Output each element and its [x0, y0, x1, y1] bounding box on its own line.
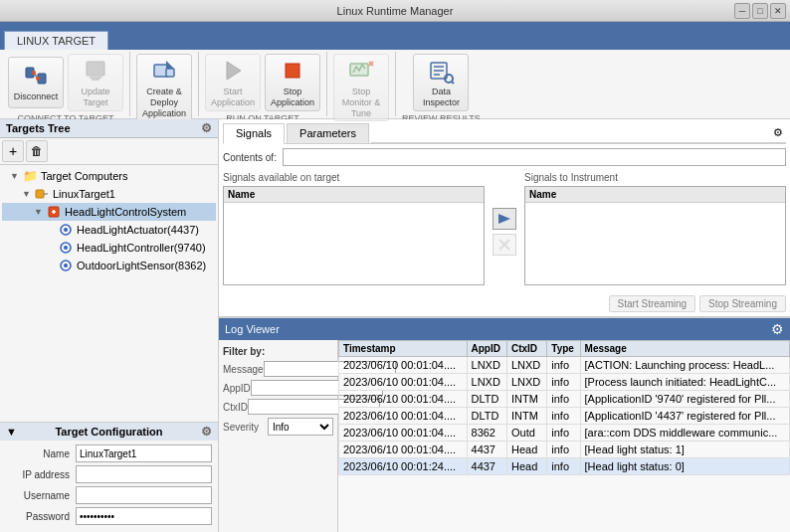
cell-ctxid: LNXD	[506, 357, 546, 374]
cell-ctxid: INTM	[506, 391, 546, 408]
start-streaming-button[interactable]: Start Streaming	[609, 295, 695, 312]
svg-rect-6	[90, 77, 101, 79]
signals-middle	[489, 172, 520, 291]
disconnect-label: Disconnect	[14, 91, 59, 102]
svg-point-4	[36, 77, 40, 81]
tree-item-outdoor-sensor[interactable]: OutdoorLightSensor(8362)	[2, 257, 216, 274]
stop-streaming-button[interactable]: Stop Streaming	[699, 295, 786, 312]
log-gear-icon[interactable]: ⚙	[771, 321, 784, 337]
tree-item-headlight-controller[interactable]: HeadLightController(9740)	[2, 239, 216, 257]
log-filters: Filter by: Message AppID CtxID	[219, 340, 338, 532]
disconnect-button[interactable]: Disconnect	[8, 57, 64, 108]
svg-rect-22	[36, 190, 44, 198]
start-app-button[interactable]: Start Application	[205, 54, 261, 111]
available-signals-column-name: Name	[224, 187, 484, 203]
contents-input[interactable]	[283, 148, 786, 166]
target-icon	[34, 186, 50, 202]
cell-message: [Head light status: 0]	[580, 458, 789, 475]
start-app-icon	[219, 57, 247, 85]
tree-label-target-computers: Target Computers	[41, 170, 127, 182]
available-signals-list[interactable]: Name	[223, 186, 485, 285]
tree-item-target-computers[interactable]: ▼ 📁 Target Computers	[2, 167, 216, 185]
cell-appid: 4437	[467, 458, 506, 475]
log-table-row[interactable]: 2023/06/10 00:01:04....LNXDLNXDinfo[Proc…	[339, 374, 790, 391]
task-icon-2	[58, 240, 74, 256]
svg-rect-5	[87, 62, 104, 76]
cell-type: info	[547, 425, 580, 442]
stop-app-button[interactable]: Stop Application	[265, 54, 320, 111]
tree-label-headlight-controller: HeadLightController(9740)	[77, 242, 206, 254]
password-input[interactable]	[76, 507, 212, 525]
tree-toolbar: + 🗑	[0, 138, 218, 165]
cell-appid: 4437	[467, 442, 506, 458]
task-icon-3	[58, 258, 74, 273]
targets-tree-gear-icon[interactable]: ⚙	[201, 121, 212, 135]
tree-delete-button[interactable]: 🗑	[26, 140, 48, 162]
ip-input[interactable]	[76, 465, 212, 483]
title-bar: Linux Runtime Manager ─ □ ✕	[0, 0, 790, 22]
add-signal-button[interactable]	[493, 208, 516, 230]
cell-message: [ApplicationID '9740' registered for Pll…	[580, 391, 789, 408]
update-target-button[interactable]: Update Target	[68, 54, 123, 111]
tree-add-button[interactable]: +	[2, 140, 24, 162]
cell-timestamp: 2023/06/10 00:01:04....	[339, 374, 468, 391]
window-controls: ─ □ ✕	[734, 3, 786, 19]
minimize-button[interactable]: ─	[734, 3, 750, 19]
cell-ctxid: Outd	[506, 425, 546, 442]
content-area: Targets Tree ⚙ + 🗑 ▼ 📁 Target Computers …	[0, 119, 790, 532]
target-config-header[interactable]: ▼ Target Configuration ⚙	[0, 423, 218, 441]
log-viewer: Log Viewer ⚙ Filter by: Message AppID	[219, 317, 790, 532]
cell-type: info	[547, 458, 580, 475]
name-label: Name	[6, 448, 76, 459]
filter-severity-row: Severity Info Debug Warning Error	[223, 418, 333, 436]
right-panel: Signals Parameters ⚙ Contents of: Signal…	[219, 119, 790, 532]
tree-item-linux-target1[interactable]: ▼ LinuxTarget1	[2, 185, 216, 203]
filter-ctxid-row: CtxID	[223, 399, 333, 415]
tree-item-headlight-control[interactable]: ▼ HeadLightControlSystem	[2, 203, 216, 221]
close-button[interactable]: ✕	[770, 3, 786, 19]
username-input[interactable]	[76, 486, 212, 504]
maximize-button[interactable]: □	[752, 3, 768, 19]
update-target-label: Update Target	[71, 87, 120, 108]
tab-linux-target[interactable]: LINUX TARGET	[4, 31, 108, 50]
config-row-password: Password	[6, 507, 212, 525]
filter-by-label: Filter by:	[223, 346, 333, 357]
calibrate-buttons: Stop Monitor & Tune	[333, 54, 389, 121]
cell-message: [ApplicationID '4437' registered for Pll…	[580, 408, 789, 425]
log-table-row[interactable]: 2023/06/10 00:01:04....4437Headinfo[Head…	[339, 442, 790, 458]
filter-severity-select[interactable]: Info Debug Warning Error	[268, 418, 333, 436]
cell-ctxid: LNXD	[506, 374, 546, 391]
instrument-signals-box: Signals to Instrument Name	[524, 172, 786, 285]
toolbar-review-section: Data Inspector REVIEW RESULTS	[396, 52, 487, 116]
stop-monitor-button[interactable]: Stop Monitor & Tune	[333, 54, 389, 121]
tree-item-headlight-actuator[interactable]: HeadLightActuator(4437)	[2, 221, 216, 239]
log-table-row[interactable]: 2023/06/10 00:01:04....8362Outdinfo[ara:…	[339, 425, 790, 442]
stop-app-icon	[279, 57, 306, 85]
cell-type: info	[547, 357, 580, 374]
remove-signal-button[interactable]	[493, 234, 516, 256]
filter-appid-label: AppID	[223, 383, 251, 394]
name-input[interactable]	[76, 444, 212, 462]
cell-timestamp: 2023/06/10 00:01:04....	[339, 425, 468, 442]
log-table-row[interactable]: 2023/06/10 00:01:04....DLTDINTMinfo[Appl…	[339, 408, 790, 425]
log-table-row[interactable]: 2023/06/10 00:01:04....DLTDINTMinfo[Appl…	[339, 391, 790, 408]
target-config-gear-icon[interactable]: ⚙	[201, 425, 212, 439]
instrument-signals-list[interactable]: Name	[524, 186, 786, 285]
log-table-row[interactable]: 2023/06/10 00:01:24....4437Headinfo[Head…	[339, 458, 790, 475]
filter-severity-label: Severity	[223, 422, 268, 433]
log-table-row[interactable]: 2023/06/10 00:01:04....LNXDLNXDinfo[ACTI…	[339, 357, 790, 374]
tree-arrow-target-computers: ▼	[10, 171, 22, 181]
targets-tree: ▼ 📁 Target Computers ▼ LinuxTarget1 ▼	[0, 165, 218, 422]
tree-label-headlight-control: HeadLightControlSystem	[65, 206, 186, 218]
cell-type: info	[547, 408, 580, 425]
available-signals-box: Signals available on target Name	[223, 172, 485, 285]
signal-panel-gear-icon[interactable]: ⚙	[770, 123, 786, 143]
tab-parameters[interactable]: Parameters	[287, 123, 369, 143]
stop-monitor-label: Stop Monitor & Tune	[336, 87, 386, 118]
data-inspector-button[interactable]: Data Inspector	[413, 54, 469, 111]
tab-signals[interactable]: Signals	[223, 123, 285, 144]
log-viewer-header: Log Viewer ⚙	[219, 318, 790, 340]
main-container: LINUX TARGET Disconnect Update Target	[0, 22, 790, 532]
svg-rect-10	[166, 69, 174, 77]
targets-tree-title: Targets Tree	[6, 122, 71, 134]
